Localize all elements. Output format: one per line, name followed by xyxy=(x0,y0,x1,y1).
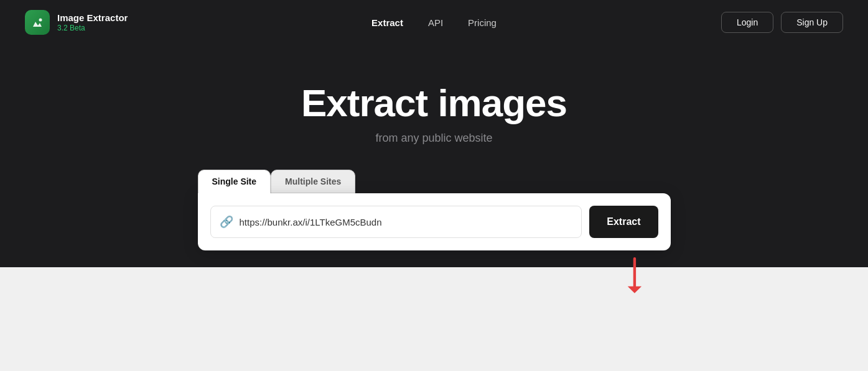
hero-subtitle: from any public website xyxy=(375,132,492,145)
brand-logo xyxy=(25,10,50,35)
navbar-actions: Login Sign Up xyxy=(721,12,843,33)
tabs: Single Site Multiple Sites xyxy=(198,170,671,193)
brand-name: Image Extractor xyxy=(57,12,128,24)
url-input[interactable] xyxy=(240,217,573,227)
login-button[interactable]: Login xyxy=(721,12,773,33)
nav-extract[interactable]: Extract xyxy=(371,17,403,28)
navbar-nav: Extract API Pricing xyxy=(371,17,497,28)
link-icon: 🔗 xyxy=(220,215,233,229)
brand-version: 3.2 Beta xyxy=(57,24,128,32)
tab-multiple-sites[interactable]: Multiple Sites xyxy=(271,170,355,193)
extract-button[interactable]: Extract xyxy=(589,206,658,238)
brand: Image Extractor 3.2 Beta xyxy=(25,10,128,35)
navbar: Image Extractor 3.2 Beta Extract API Pri… xyxy=(0,0,868,45)
bottom-section xyxy=(0,267,868,371)
form-card: 🔗 Extract xyxy=(198,193,671,250)
svg-line-2 xyxy=(619,259,650,289)
hero-title: Extract images xyxy=(301,82,567,124)
red-arrow-icon xyxy=(615,254,658,298)
tab-single-site[interactable]: Single Site xyxy=(198,170,271,193)
brand-text: Image Extractor 3.2 Beta xyxy=(57,12,128,32)
nav-api[interactable]: API xyxy=(428,17,443,28)
arrow-container xyxy=(615,254,658,300)
nav-pricing[interactable]: Pricing xyxy=(468,17,497,28)
svg-point-1 xyxy=(39,19,42,22)
card-container: Single Site Multiple Sites 🔗 Extract xyxy=(198,170,671,250)
svg-rect-0 xyxy=(30,15,45,30)
url-input-wrapper: 🔗 xyxy=(210,206,582,238)
hero-section: Extract images from any public website S… xyxy=(0,45,868,250)
signup-button[interactable]: Sign Up xyxy=(781,12,843,33)
